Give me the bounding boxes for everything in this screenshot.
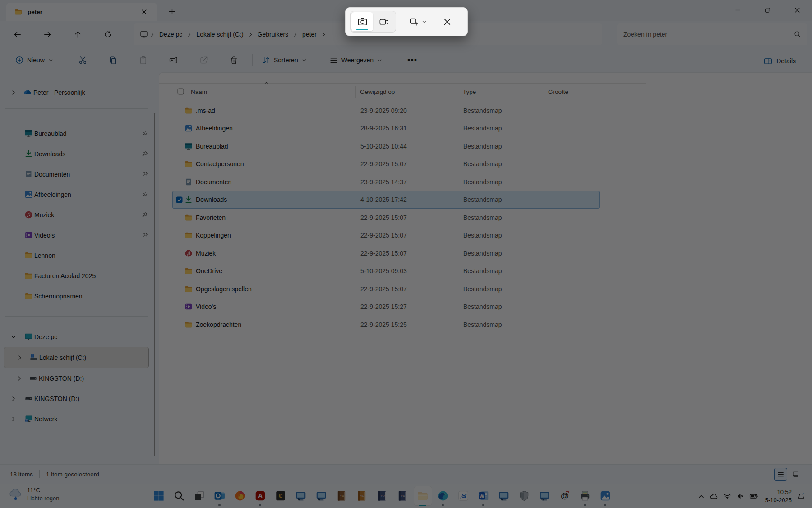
details-pane-button[interactable]: Details [760, 52, 799, 70]
column-divider[interactable] [355, 86, 356, 98]
file-row-onedrive[interactable]: OneDrive5-10-2025 09:03Bestandsmap [172, 262, 600, 280]
chevron-right-icon[interactable] [11, 416, 16, 422]
row-checkbox-checked[interactable] [176, 196, 183, 203]
screenshot-mode-button[interactable] [351, 12, 373, 31]
taskbar-book-navy-button[interactable]: VD [372, 485, 392, 506]
sidebar-item-downloads[interactable]: Downloads [4, 144, 149, 164]
file-row-contactpersonen[interactable]: Contactpersonen22-9-2025 15:07Bestandsma… [172, 155, 600, 173]
column-header-name[interactable]: Naam [191, 84, 207, 100]
taskbar-book-brown-button[interactable]: VD [331, 485, 351, 506]
weather-widget[interactable]: 11°C Lichte regen [7, 486, 60, 503]
taskbar-remote-pc-button[interactable] [534, 485, 554, 506]
taskbar-remote-pc-button[interactable] [291, 485, 311, 506]
copy-button[interactable] [103, 51, 123, 69]
details-view-toggle[interactable] [774, 468, 787, 481]
file-row-opgeslagen-spellen[interactable]: Opgeslagen spellen22-9-2025 15:07Bestand… [172, 280, 600, 298]
onedrive-tray-icon[interactable] [710, 492, 718, 501]
sidebar-item-kingston-d-[interactable]: KINGSTON (D:) [4, 388, 149, 409]
column-header-date[interactable]: Gewijzigd op [360, 84, 395, 100]
chevron-down-icon[interactable] [11, 334, 16, 340]
file-row-koppelingen[interactable]: Koppelingen22-9-2025 15:07Bestandsmap [172, 227, 600, 245]
column-divider[interactable] [459, 86, 459, 98]
delete-button[interactable] [224, 51, 244, 69]
column-divider[interactable] [544, 86, 544, 98]
sidebar-item-schermopnamen[interactable]: Schermopnamen [4, 286, 149, 306]
notification-bell-icon[interactable]: z [797, 492, 806, 501]
taskbar-book-orange-button[interactable]: VD [351, 485, 372, 506]
taskbar-photos-button[interactable] [595, 485, 615, 506]
thumbnails-view-toggle[interactable] [789, 468, 802, 481]
forward-button[interactable] [38, 25, 56, 43]
up-button[interactable] [69, 25, 87, 43]
volume-mute-icon[interactable] [736, 492, 744, 500]
sidebar-item-afbeeldingen[interactable]: Afbeeldingen [4, 184, 149, 205]
sidebar-item-kingston-d-[interactable]: KINGSTON (D:) [4, 368, 149, 388]
refresh-button[interactable] [99, 25, 117, 43]
sidebar-item-bureaublad[interactable]: Bureaublad [4, 123, 149, 144]
sort-button[interactable]: Sorteren [257, 51, 311, 69]
taskbar-acrobat-button[interactable]: A [250, 485, 270, 506]
taskbar-word-button[interactable]: W [473, 485, 494, 506]
rename-button[interactable] [163, 51, 183, 69]
taskbar-mail-app-button[interactable]: @ [554, 485, 575, 506]
taskbar-shield-app-button[interactable] [514, 485, 534, 506]
back-button[interactable] [8, 25, 26, 43]
tray-chevron-up-icon[interactable] [698, 493, 705, 500]
sidebar-item-facturen-acolad-2025[interactable]: Facturen Acolad 2025 [4, 266, 149, 286]
file-row-bureaublad[interactable]: Bureaublad5-10-2025 10:44Bestandsmap [172, 137, 600, 155]
search-box[interactable]: Zoeken in peter [617, 23, 807, 45]
taskbar-firefox-button[interactable] [230, 485, 250, 506]
sidebar-item-video-s[interactable]: Video's [4, 225, 149, 245]
breadcrumb-item[interactable]: Gebruikers [255, 29, 291, 40]
file-row-zoekopdrachten[interactable]: Zoekopdrachten22-9-2025 15:25Bestandsmap [172, 316, 600, 334]
column-header-size[interactable]: Grootte [548, 84, 568, 100]
file-row-video-s[interactable]: Video's22-9-2025 15:27Bestandsmap [172, 298, 600, 316]
file-row-muziek[interactable]: Muziek22-9-2025 15:07Bestandsmap [172, 244, 600, 262]
paste-button[interactable] [133, 51, 153, 69]
sidebar-item-muziek[interactable]: Muziek [4, 205, 149, 225]
file-row-documenten[interactable]: Documenten23-9-2025 14:37Bestandsmap [172, 173, 600, 191]
select-all-checkbox[interactable] [177, 88, 184, 95]
taskbar-printer-app-button[interactable] [575, 485, 595, 506]
record-mode-button[interactable] [373, 12, 395, 31]
minimize-button[interactable] [723, 0, 752, 20]
chevron-right-icon[interactable] [17, 376, 22, 381]
sidebar-item-peter-persoonlijk[interactable]: Peter - Persoonlijk [4, 82, 149, 103]
tab-close-icon[interactable] [138, 6, 150, 17]
taskbar-outlook-button[interactable] [209, 485, 230, 506]
view-button[interactable]: Weergeven [325, 51, 387, 69]
taskbar-remote-pc-button[interactable] [494, 485, 514, 506]
cut-button[interactable] [73, 51, 92, 69]
breadcrumb-item[interactable]: peter [300, 29, 319, 40]
file-row--ms-ad[interactable]: .ms-ad23-9-2025 09:20Bestandsmap [172, 102, 600, 120]
new-button[interactable]: Nieuw [11, 51, 58, 69]
more-options-button[interactable]: ••• [402, 51, 422, 69]
taskbar-euro-app-button[interactable]: € [270, 485, 291, 506]
sidebar-item-documenten[interactable]: Documenten [4, 164, 149, 184]
sidebar-item-netwerk[interactable]: Netwerk [4, 409, 149, 429]
file-row-favorieten[interactable]: Favorieten22-9-2025 15:07Bestandsmap [172, 209, 600, 227]
taskbar-book-navy-button[interactable]: VD [392, 485, 412, 506]
taskbar-task-view-button[interactable] [189, 485, 209, 506]
battery-icon[interactable] [749, 492, 758, 501]
taskbar-s-app-button[interactable]: S [453, 485, 473, 506]
file-row-afbeeldingen[interactable]: Afbeeldingen28-9-2025 16:31Bestandsmap [172, 120, 600, 138]
column-divider[interactable] [605, 86, 605, 98]
taskbar-start-button[interactable] [148, 485, 169, 506]
share-button[interactable] [194, 51, 213, 69]
close-button[interactable] [782, 0, 812, 20]
chevron-right-icon[interactable] [11, 396, 16, 401]
sidebar-item-deze-pc[interactable]: Deze pc [4, 326, 149, 347]
taskbar-explorer-button[interactable] [412, 485, 433, 506]
sidebar-item-lokale-schijf-c-[interactable]: Lokale schijf (C:) [4, 347, 149, 368]
snip-close-button[interactable] [438, 12, 456, 31]
file-row-downloads[interactable]: Downloads4-10-2025 17:42Bestandsmap [172, 191, 600, 209]
taskbar-edge-button[interactable] [433, 485, 453, 506]
restore-button[interactable] [752, 0, 782, 20]
clock[interactable]: 10:52 5-10-2025 [765, 488, 792, 504]
window-snip-button[interactable] [406, 12, 429, 31]
chevron-right-icon[interactable] [11, 90, 16, 95]
taskbar-remote-pc-button[interactable] [311, 485, 331, 506]
breadcrumb-item[interactable]: Deze pc [157, 29, 185, 40]
explorer-tab[interactable]: peter [6, 3, 157, 21]
